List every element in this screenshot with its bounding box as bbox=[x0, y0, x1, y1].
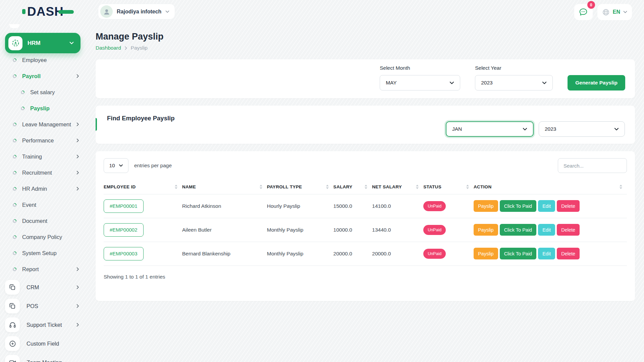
hrm-icon bbox=[8, 36, 22, 50]
month-select[interactable]: MAY bbox=[380, 75, 460, 90]
click-to-paid-button[interactable]: Click To Paid bbox=[500, 224, 537, 236]
avatar bbox=[100, 5, 113, 18]
globe-icon bbox=[602, 8, 610, 16]
sort-icon[interactable] bbox=[416, 185, 419, 189]
sidebar-module-support-ticket[interactable]: Support Ticket bbox=[0, 315, 87, 334]
sidebar-item-label: Performance bbox=[22, 137, 76, 144]
sidebar-item-label: Payroll bbox=[22, 73, 76, 79]
select-month-group: Select Month MAY bbox=[380, 65, 460, 90]
module-icon bbox=[5, 280, 20, 295]
delete-button[interactable]: Delete bbox=[557, 200, 580, 212]
sort-icon[interactable] bbox=[260, 185, 262, 189]
sidebar-item-event[interactable]: Event bbox=[0, 197, 87, 213]
breadcrumb-dashboard-link[interactable]: Dashboard bbox=[96, 45, 121, 51]
employee-id-button[interactable]: #EMP00002 bbox=[104, 223, 144, 237]
sidebar-item-label: Report bbox=[22, 266, 76, 273]
sidebar-item-report[interactable]: Report bbox=[0, 261, 87, 277]
column-header-label: NET SALARY bbox=[372, 184, 402, 189]
column-header-action[interactable]: ACTION bbox=[474, 180, 627, 194]
sidebar-item-performance[interactable]: Performance bbox=[0, 132, 87, 148]
module-label: Support Ticket bbox=[26, 322, 70, 328]
find-month-select[interactable]: JAN bbox=[446, 121, 534, 137]
generate-payslip-button[interactable]: Generate Payslip bbox=[568, 75, 625, 90]
sidebar-module-custom-field[interactable]: Custom Field bbox=[0, 334, 87, 353]
employee-name-cell: Aileen Butler bbox=[182, 218, 267, 242]
sort-icon[interactable] bbox=[175, 185, 177, 189]
column-header-salary[interactable]: SALARY bbox=[333, 180, 372, 194]
sidebar-module-crm[interactable]: CRM bbox=[0, 278, 87, 297]
sidebar-item-label: Event bbox=[22, 202, 79, 208]
chevron-down-icon bbox=[119, 164, 123, 167]
sidebar-item-employee[interactable]: Employee bbox=[0, 52, 87, 68]
column-header-label: STATUS bbox=[423, 184, 441, 189]
language-selector[interactable]: EN bbox=[597, 4, 632, 20]
employee-id-button[interactable]: #EMP00001 bbox=[104, 199, 144, 213]
sort-icon[interactable] bbox=[365, 185, 367, 189]
column-header-status[interactable]: STATUS bbox=[423, 180, 474, 194]
page-size-select[interactable]: 10 bbox=[104, 158, 128, 173]
payslip-button[interactable]: Payslip bbox=[474, 224, 498, 236]
app-logo[interactable]: DASH bbox=[22, 5, 74, 18]
sort-icon[interactable] bbox=[620, 185, 622, 189]
workspace-selector[interactable]: Rajodiya infotech bbox=[98, 4, 175, 19]
column-header-payroll-type[interactable]: PAYROLL TYPE bbox=[267, 180, 333, 194]
column-header-net-salary[interactable]: NET SALARY bbox=[372, 180, 423, 194]
bullet-icon bbox=[13, 203, 16, 207]
edit-button[interactable]: Edit bbox=[538, 224, 555, 236]
bullet-icon bbox=[13, 74, 16, 78]
sidebar-item-system-setup[interactable]: System Setup bbox=[0, 245, 87, 261]
select-year-label: Select Year bbox=[475, 65, 553, 71]
sidebar-module-zoom-meeting[interactable]: Zoom Meeting bbox=[0, 353, 87, 362]
click-to-paid-button[interactable]: Click To Paid bbox=[500, 200, 537, 212]
sort-icon[interactable] bbox=[326, 185, 329, 189]
select-month-label: Select Month bbox=[380, 65, 460, 71]
table-footer: Showing 1 to 1 of 1 entries bbox=[104, 274, 627, 280]
chevron-down-icon bbox=[614, 128, 619, 131]
column-header-employee-id[interactable]: EMPLOYEE ID bbox=[104, 180, 182, 194]
sort-icon[interactable] bbox=[466, 185, 469, 189]
workspace-name: Rajodiya infotech bbox=[117, 9, 161, 15]
sidebar-item-leave-management[interactable]: Leave Management bbox=[0, 116, 87, 132]
sidebar-item-hrm[interactable]: HRM bbox=[5, 33, 80, 53]
payslip-button[interactable]: Payslip bbox=[474, 200, 498, 212]
chevron-right-icon bbox=[76, 171, 79, 175]
sidebar-item-training[interactable]: Training bbox=[0, 148, 87, 165]
employee-name-cell: Richard Atkinson bbox=[182, 194, 267, 218]
year-select[interactable]: 2023 bbox=[475, 75, 553, 90]
module-label: Zoom Meeting bbox=[26, 359, 79, 362]
search-input[interactable] bbox=[558, 158, 627, 173]
sidebar-item-hr-admin[interactable]: HR Admin bbox=[0, 181, 87, 197]
chevron-down-icon bbox=[542, 81, 547, 84]
employee-name-cell: Bernard Blankenship bbox=[182, 242, 267, 265]
sidebar-item-payroll[interactable]: Payroll bbox=[0, 68, 87, 84]
delete-button[interactable]: Delete bbox=[557, 248, 580, 259]
employee-id-button[interactable]: #EMP00003 bbox=[104, 247, 144, 260]
find-year-value: 2023 bbox=[545, 126, 556, 132]
sidebar-item-payslip[interactable]: Payslip bbox=[0, 100, 87, 116]
sidebar-item-set-salary[interactable]: Set salary bbox=[0, 84, 87, 100]
sidebar-item-company-policy[interactable]: Company Policy bbox=[0, 229, 87, 245]
column-header-name[interactable]: NAME bbox=[182, 180, 267, 194]
module-label: Custom Field bbox=[26, 341, 79, 347]
edit-button[interactable]: Edit bbox=[538, 200, 555, 212]
actions-cell: PayslipClick To PaidEditDelete bbox=[474, 242, 627, 265]
messages-button[interactable]: 0 bbox=[574, 4, 593, 20]
chevron-right-icon bbox=[76, 285, 79, 289]
sidebar-module-pos[interactable]: POS bbox=[0, 297, 87, 315]
table-row: #EMP00002 Aileen Butler Monthly Payslip … bbox=[104, 218, 627, 242]
breadcrumb-current: Payslip bbox=[131, 45, 148, 51]
status-badge: UnPaid bbox=[423, 249, 446, 259]
copy-icon bbox=[9, 284, 16, 291]
edit-button[interactable]: Edit bbox=[538, 248, 555, 259]
payslip-button[interactable]: Payslip bbox=[474, 248, 498, 259]
bullet-icon bbox=[13, 171, 16, 175]
chevron-down-icon bbox=[523, 128, 527, 131]
sidebar-item-recruitment[interactable]: Recruitment bbox=[0, 165, 87, 181]
bullet-icon bbox=[13, 219, 16, 223]
delete-button[interactable]: Delete bbox=[557, 224, 580, 236]
chat-icon bbox=[579, 7, 588, 17]
find-year-select[interactable]: 2023 bbox=[539, 121, 625, 137]
logo-accent-dot bbox=[22, 9, 25, 14]
click-to-paid-button[interactable]: Click To Paid bbox=[500, 248, 537, 259]
sidebar-item-document[interactable]: Document bbox=[0, 213, 87, 229]
